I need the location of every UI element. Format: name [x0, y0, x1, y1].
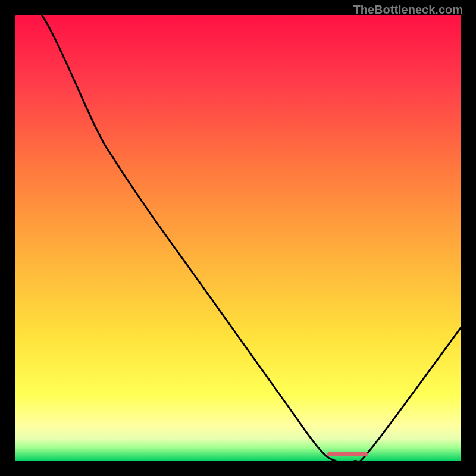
chart-plot-area [15, 15, 461, 461]
chart-curve [15, 15, 461, 461]
watermark-text: TheBottleneck.com [353, 3, 463, 17]
optimum-range-marker [327, 452, 368, 456]
